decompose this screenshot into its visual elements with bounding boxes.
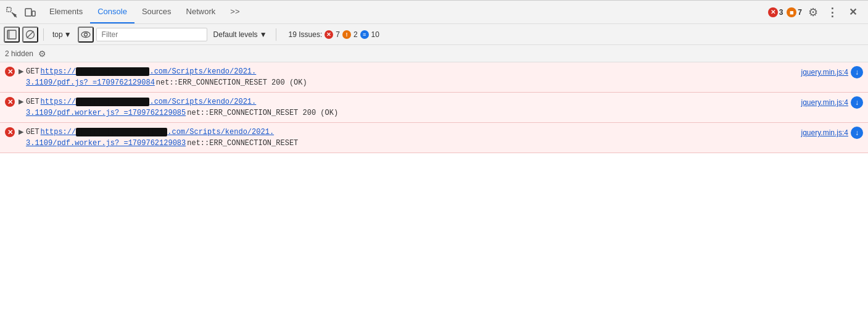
sidebar-toggle-btn[interactable] bbox=[4, 27, 20, 43]
third-toolbar: 2 hidden ⚙ bbox=[0, 45, 868, 62]
error-icon-3: ✕ bbox=[5, 127, 15, 137]
issues-error-count: 7 bbox=[336, 30, 340, 39]
toolbar-divider-1 bbox=[43, 28, 44, 41]
entry-text-2: GET https://████████████████.com/Scripts… bbox=[26, 96, 799, 119]
context-selector[interactable]: top ▼ bbox=[49, 29, 75, 40]
tab-elements[interactable]: Elements bbox=[42, 1, 90, 23]
svg-rect-0 bbox=[7, 7, 11, 12]
entry-text-1: GET https://████████████████.com/Scripts… bbox=[26, 66, 799, 88]
issues-info-count: 10 bbox=[371, 30, 379, 39]
entry-url-line2-2[interactable]: 3.1109/pdf.worker.js? =1709762129085 bbox=[26, 107, 186, 119]
expand-btn-2[interactable]: ▶ bbox=[19, 98, 23, 106]
more-btn[interactable]: ⋮ bbox=[824, 3, 840, 22]
svg-rect-4 bbox=[7, 30, 10, 39]
download-btn-3[interactable]: ↓ bbox=[851, 127, 863, 139]
warning-badge-icon: ■ bbox=[787, 7, 796, 17]
device-toolbar-btn[interactable] bbox=[21, 3, 39, 22]
warning-count: 7 bbox=[798, 8, 802, 17]
console-entry-3: ✕ ▶ GET https://████████████████████.com… bbox=[0, 123, 868, 153]
entry-text-3: GET https://████████████████████.com/Scr… bbox=[26, 127, 799, 149]
issues-warning-icon: ! bbox=[342, 30, 351, 39]
close-btn[interactable]: ✕ bbox=[844, 4, 862, 20]
log-levels-btn[interactable]: Default levels ▼ bbox=[210, 29, 271, 40]
devtools-panel: Elements Console Sources Network >> ✕ 3 … bbox=[0, 0, 868, 318]
inspect-element-btn[interactable] bbox=[2, 3, 21, 22]
error-icon-1: ✕ bbox=[5, 67, 15, 77]
issues-info-icon: ≡ bbox=[360, 30, 369, 39]
hidden-count: 2 hidden bbox=[5, 49, 33, 58]
download-btn-2[interactable]: ↓ bbox=[851, 96, 863, 109]
entry-url-2[interactable]: https://████████████████.com/Scripts/ken… bbox=[41, 96, 257, 107]
live-expression-btn[interactable] bbox=[78, 27, 94, 43]
issues-error-icon: ✕ bbox=[324, 30, 333, 39]
block-requests-btn[interactable] bbox=[22, 27, 38, 43]
second-toolbar: top ▼ Default levels ▼ 19 Issues: ✕ 7 ! … bbox=[0, 24, 868, 45]
error-badge[interactable]: ✕ 3 bbox=[768, 7, 783, 17]
entry-source-3[interactable]: jquery.min.js:4 bbox=[801, 128, 848, 137]
entry-right-2: jquery.min.js:4 ↓ bbox=[799, 96, 863, 109]
console-entry-1: ✕ ▶ GET https://████████████████.com/Scr… bbox=[0, 62, 868, 93]
settings-btn[interactable]: ⚙ bbox=[806, 3, 820, 22]
top-toolbar: Elements Console Sources Network >> ✕ 3 … bbox=[0, 1, 868, 24]
expand-btn-3[interactable]: ▶ bbox=[19, 128, 23, 136]
svg-point-7 bbox=[81, 31, 90, 37]
entry-right-3: jquery.min.js:4 ↓ bbox=[799, 127, 863, 139]
error-count: 3 bbox=[779, 8, 783, 17]
entry-right-1: jquery.min.js:4 ↓ bbox=[799, 66, 863, 78]
console-entry-2: ✕ ▶ GET https://████████████████.com/Scr… bbox=[0, 93, 868, 123]
entry-source-2[interactable]: jquery.min.js:4 bbox=[801, 98, 848, 107]
warning-badge[interactable]: ■ 7 bbox=[787, 7, 802, 17]
tab-list: Elements Console Sources Network >> bbox=[42, 1, 247, 23]
tab-more[interactable]: >> bbox=[223, 1, 247, 23]
error-icon-2: ✕ bbox=[5, 97, 15, 107]
error-badge-icon: ✕ bbox=[768, 7, 778, 17]
filter-input[interactable] bbox=[96, 28, 207, 41]
entry-source-1[interactable]: jquery.min.js:4 bbox=[801, 68, 848, 77]
svg-point-8 bbox=[84, 33, 87, 36]
toolbar-divider-2 bbox=[276, 28, 276, 41]
svg-rect-1 bbox=[25, 9, 31, 16]
entry-url-line2-3[interactable]: 3.1109/pdf.worker.js? =1709762129083 bbox=[26, 138, 186, 149]
expand-btn-1[interactable]: ▶ bbox=[19, 67, 23, 75]
top-right-badges: ✕ 3 ■ 7 ⚙ ⋮ ✕ bbox=[768, 3, 866, 22]
entry-url-line2-1[interactable]: 3.1109/pdf.js? =1709762129084 bbox=[26, 77, 155, 88]
tab-console[interactable]: Console bbox=[90, 1, 134, 23]
console-output: ✕ ▶ GET https://████████████████.com/Scr… bbox=[0, 62, 868, 318]
issues-warning-count: 2 bbox=[353, 30, 358, 39]
tab-sources[interactable]: Sources bbox=[134, 1, 179, 23]
entry-url-3[interactable]: https://████████████████████.com/Scripts… bbox=[41, 127, 274, 138]
download-btn-1[interactable]: ↓ bbox=[851, 66, 863, 78]
console-settings-btn[interactable]: ⚙ bbox=[38, 49, 46, 59]
tab-network[interactable]: Network bbox=[179, 1, 223, 23]
svg-rect-2 bbox=[32, 11, 35, 16]
svg-line-6 bbox=[27, 31, 34, 38]
issues-section[interactable]: 19 Issues: ✕ 7 ! 2 ≡ 10 bbox=[289, 30, 379, 39]
entry-url-1[interactable]: https://████████████████.com/Scripts/ken… bbox=[41, 66, 257, 77]
